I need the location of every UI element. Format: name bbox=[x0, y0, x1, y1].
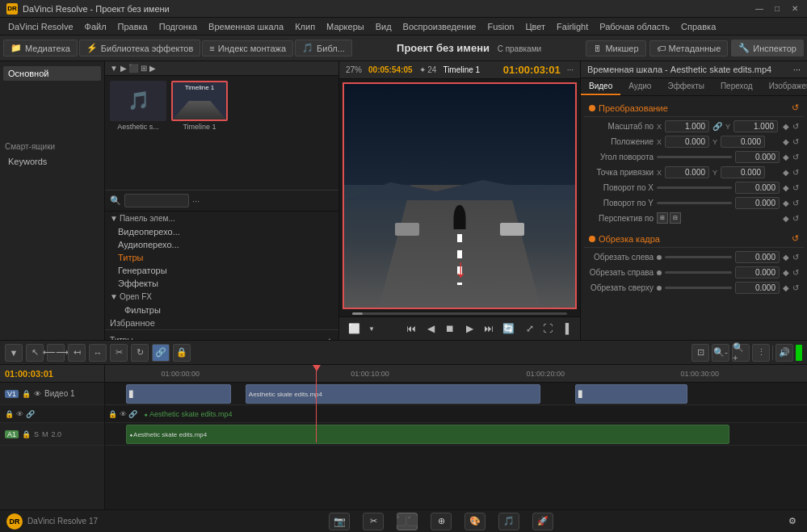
nav-cut-button[interactable]: ✂ bbox=[363, 513, 384, 530]
crop-right-reset-icon[interactable]: ↺ bbox=[792, 268, 799, 277]
pitch-y-reset-icon[interactable]: ↺ bbox=[792, 199, 799, 207]
anchor-reset-icon[interactable]: ↺ bbox=[792, 168, 799, 177]
section-audio-transitions[interactable]: Аудиоперехо... bbox=[105, 238, 338, 251]
crop-right-input[interactable] bbox=[735, 266, 780, 279]
maximize-button[interactable]: □ bbox=[771, 3, 783, 15]
menu-fusion[interactable]: Fusion bbox=[482, 20, 519, 33]
perspective-keyframe-icon[interactable]: ◆ bbox=[783, 214, 789, 223]
anchor-x-input[interactable] bbox=[665, 166, 709, 178]
preview-progress-bar[interactable] bbox=[352, 312, 567, 315]
menu-help[interactable]: Справка bbox=[676, 20, 721, 33]
preview-more-icon[interactable]: ··· bbox=[567, 65, 574, 74]
fit-to-screen-button[interactable]: ⤢ bbox=[522, 320, 538, 337]
tl-btn-1[interactable]: ▼ bbox=[5, 344, 23, 362]
menu-clip[interactable]: Клип bbox=[290, 20, 320, 33]
perspective-grid-icon[interactable]: ⊞ bbox=[657, 212, 668, 224]
crop-right-slider[interactable] bbox=[665, 271, 732, 274]
crop-top-reset-icon[interactable]: ↺ bbox=[792, 283, 799, 292]
v1-ctrl-eye[interactable]: 👁 bbox=[16, 410, 23, 418]
menu-davinci[interactable]: DaVinci Resolve bbox=[3, 20, 78, 33]
video-clip-3[interactable]: ▊ bbox=[575, 384, 687, 404]
menu-color[interactable]: Цвет bbox=[520, 20, 550, 33]
media-item-audio[interactable]: 🎵 Aesthetic s... bbox=[110, 81, 166, 131]
pos-keyframe-icon[interactable]: ◆ bbox=[783, 137, 789, 146]
section-titles[interactable]: Титры bbox=[105, 251, 338, 264]
v1-eye-icon[interactable]: 👁 bbox=[34, 390, 41, 398]
effects-library-button[interactable]: ⚡ Библиотека эффектов bbox=[79, 40, 201, 57]
media-library-button[interactable]: 📁 Медиатека bbox=[3, 40, 78, 57]
tl-cursor-btn[interactable]: ↖ bbox=[26, 344, 44, 362]
edit-index-button[interactable]: ≡ Индекс монтажа bbox=[202, 40, 293, 57]
search-input[interactable] bbox=[124, 194, 189, 207]
v1-ctrl-lock[interactable]: 🔒 bbox=[5, 410, 14, 418]
scale-keyframe-icon[interactable]: ◆ bbox=[783, 122, 789, 131]
loop-button[interactable]: 🔄 bbox=[500, 320, 516, 337]
timeline-track-v1[interactable]: ▊ Aesthetic skate edits.mp4 ▊ bbox=[105, 383, 807, 405]
cinema-mode-button[interactable]: ▐ bbox=[557, 320, 574, 337]
transform-reset-icon[interactable]: ↺ bbox=[792, 103, 799, 113]
menu-timeline[interactable]: Временная шкала bbox=[204, 20, 288, 33]
anchor-keyframe-icon[interactable]: ◆ bbox=[783, 168, 789, 177]
menu-playback[interactable]: Воспроизведение bbox=[398, 20, 481, 33]
scale-x-input[interactable] bbox=[665, 120, 709, 132]
scale-reset-icon[interactable]: ↺ bbox=[792, 122, 799, 131]
media-item-timeline[interactable]: Timeline 1 Timeline 1 bbox=[171, 81, 228, 131]
close-button[interactable]: ✕ bbox=[789, 3, 801, 15]
pitch-y-input[interactable] bbox=[735, 197, 780, 209]
nav-edit-button[interactable]: ⬛⬛ bbox=[397, 513, 418, 530]
nav-media-button[interactable]: 📷 bbox=[329, 513, 350, 530]
window-controls[interactable]: — □ ✕ bbox=[754, 3, 801, 15]
video-clip-main[interactable]: Aesthetic skate edits.mp4 bbox=[246, 384, 540, 404]
pos-x-input[interactable] bbox=[665, 136, 709, 148]
nav-settings-icon[interactable]: ⚙ bbox=[784, 513, 801, 530]
crop-left-keyframe-icon[interactable]: ◆ bbox=[783, 253, 789, 262]
v1-lock-icon[interactable]: 🔒 bbox=[22, 390, 31, 398]
pos-reset-icon[interactable]: ↺ bbox=[792, 137, 799, 146]
video-clip-1[interactable]: ▊ bbox=[126, 384, 231, 404]
tab-effects[interactable]: Эффекты bbox=[659, 78, 712, 95]
section-favorites[interactable]: Избранное bbox=[105, 316, 338, 329]
go-to-start-button[interactable]: ⏮ bbox=[403, 320, 419, 337]
tl-zoom-out[interactable]: 🔍- bbox=[712, 344, 729, 362]
menu-edit[interactable]: Правка bbox=[113, 20, 153, 33]
crop-right-keyframe-icon[interactable]: ◆ bbox=[783, 268, 789, 277]
tl-snap-btn[interactable]: ⋮ bbox=[752, 344, 770, 362]
fullscreen-button[interactable]: ⛶ bbox=[540, 320, 556, 337]
pos-y-input[interactable] bbox=[721, 136, 765, 148]
tl-zoom-fit[interactable]: ⊡ bbox=[691, 344, 709, 362]
menu-workspace[interactable]: Рабочая область bbox=[595, 20, 675, 33]
v1-ctrl-link[interactable]: 🔗 bbox=[26, 410, 35, 418]
nav-color-button[interactable]: 🎨 bbox=[464, 513, 485, 530]
crop-top-keyframe-icon[interactable]: ◆ bbox=[783, 283, 789, 292]
rotation-input[interactable] bbox=[735, 151, 780, 163]
tl-ripple-btn[interactable]: ↤ bbox=[68, 344, 86, 362]
tl-dynamic-btn[interactable]: ↻ bbox=[131, 344, 149, 362]
mixer-button[interactable]: 🎚 Микшер bbox=[586, 40, 645, 57]
a1-eye-icon[interactable]: S bbox=[34, 430, 39, 438]
audio-clip-1[interactable]: ⬥ Aesthetic skate edits.mp4 bbox=[126, 425, 729, 444]
nav-deliver-button[interactable]: 🚀 bbox=[532, 513, 553, 530]
menu-fairlight[interactable]: Fairlight bbox=[552, 20, 593, 33]
stop-button[interactable]: ⏹ bbox=[442, 320, 458, 337]
pitch-x-reset-icon[interactable]: ↺ bbox=[792, 183, 799, 192]
menu-view[interactable]: Вид bbox=[371, 20, 397, 33]
rotation-slider[interactable] bbox=[657, 156, 732, 158]
tab-audio[interactable]: Аудио bbox=[620, 78, 659, 95]
tab-video[interactable]: Видео bbox=[581, 78, 620, 95]
prev-frame-button[interactable]: ◀ bbox=[422, 320, 439, 337]
minimize-button[interactable]: — bbox=[754, 3, 765, 15]
nav-fusion-button[interactable]: ⊕ bbox=[431, 513, 452, 530]
tl-slip-btn[interactable]: ↔ bbox=[89, 344, 107, 362]
crop-reset-icon[interactable]: ↺ bbox=[792, 233, 799, 244]
crop-top-input[interactable] bbox=[735, 282, 780, 294]
tl-lock-btn[interactable]: 🔒 bbox=[173, 344, 191, 362]
pitch-y-keyframe-icon[interactable]: ◆ bbox=[783, 199, 789, 207]
go-to-end-button[interactable]: ⏭ bbox=[481, 320, 497, 337]
link-icon[interactable]: 🔗 bbox=[712, 122, 722, 131]
frame-select-button[interactable]: ⬜ bbox=[346, 320, 362, 337]
section-openfx[interactable]: ▼ Open FX bbox=[105, 290, 338, 304]
pitch-x-keyframe-icon[interactable]: ◆ bbox=[783, 183, 789, 192]
section-filters[interactable]: Фильтры bbox=[105, 304, 338, 316]
crop-left-reset-icon[interactable]: ↺ bbox=[792, 253, 799, 262]
a1-m-icon[interactable]: M bbox=[42, 430, 48, 438]
